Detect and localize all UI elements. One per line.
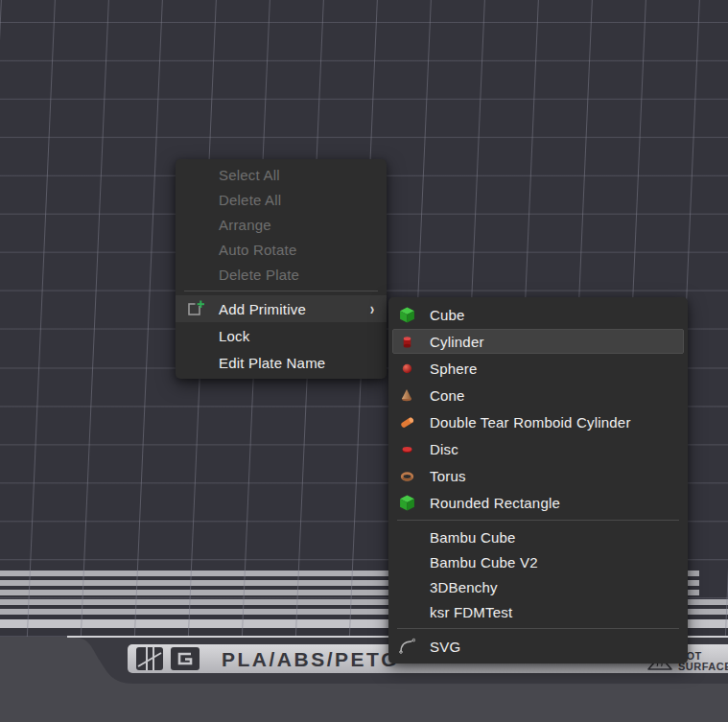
menu-item-label: Lock (219, 328, 250, 344)
cylinder-icon (398, 333, 415, 350)
menu-item-label: Sphere (430, 361, 478, 377)
viewport-3d[interactable]: PLA/ABS/PETG HOT SURFACE Select All Dele… (0, 0, 728, 722)
menu-item-label: Rounded Rectangle (430, 495, 560, 511)
submenu-item-sphere[interactable]: Sphere (388, 355, 688, 382)
submenu-item-svg[interactable]: SVG (388, 633, 688, 660)
menu-item-label: Cube (430, 307, 465, 323)
menu-item-lock[interactable]: Lock (176, 322, 387, 349)
menu-item-label: Delete Plate (219, 267, 299, 283)
menu-item-add-primitive[interactable]: Add Primitive › (176, 295, 387, 322)
menu-item-label: Edit Plate Name (219, 355, 325, 371)
disc-icon (398, 440, 415, 457)
menu-item-auto-rotate: Auto Rotate (176, 237, 387, 262)
bambu-logo-icon (136, 647, 163, 670)
submenu-item-ksr-fdmtest[interactable]: ksr FDMTest (388, 599, 688, 624)
submenu-item-cone[interactable]: Cone (388, 382, 688, 408)
menu-item-select-all: Select All (176, 162, 387, 187)
menu-item-label: 3DBenchy (430, 579, 498, 595)
menu-item-label: Bambu Cube (430, 529, 516, 546)
menu-separator (397, 628, 679, 629)
menu-item-label: Disc (430, 441, 458, 457)
plate-brand-text: PLA/ABS/PETG (222, 645, 399, 673)
menu-item-label: Cone (430, 387, 465, 404)
menu-item-arrange: Arrange (176, 212, 387, 237)
menu-item-label: Bambu Cube V2 (430, 554, 538, 571)
chevron-right-icon: › (370, 300, 375, 317)
double-tear-romboid-cylinder-icon (398, 413, 415, 431)
menu-item-delete-plate: Delete Plate (176, 262, 387, 287)
submenu-item-rounded-rectangle[interactable]: Rounded Rectangle (388, 489, 688, 516)
submenu-item-3dbenchy[interactable]: 3DBenchy (388, 574, 688, 599)
menu-item-label: Add Primitive (219, 301, 306, 317)
submenu-item-bambu-cube-v2[interactable]: Bambu Cube V2 (388, 549, 688, 574)
menu-item-label: Arrange (219, 217, 271, 233)
menu-item-label: Auto Rotate (219, 242, 296, 258)
submenu-item-disc[interactable]: Disc (388, 435, 688, 462)
menu-item-edit-plate-name[interactable]: Edit Plate Name (176, 349, 387, 376)
submenu-item-double-tear-romboid-cylinder[interactable]: Double Tear Romboid Cylinder (388, 408, 688, 435)
svg-bezier-icon (398, 638, 415, 655)
rounded-rectangle-icon (398, 494, 415, 511)
submenu-item-bambu-cube[interactable]: Bambu Cube (388, 524, 688, 549)
menu-item-label: Delete All (219, 192, 281, 208)
menu-item-label: ksr FDMTest (430, 604, 512, 620)
submenu-item-cylinder[interactable]: Cylinder (388, 328, 688, 355)
menu-item-label: Cylinder (430, 334, 484, 350)
cube-icon (398, 306, 415, 323)
cone-icon (398, 386, 415, 404)
menu-item-label: Double Tear Romboid Cylinder (430, 414, 631, 431)
menu-item-delete-all: Delete All (176, 187, 387, 212)
menu-separator (397, 520, 679, 521)
plate-type-logo-icon (171, 647, 200, 670)
add-primitive-submenu: Cube Cylinder (388, 297, 688, 664)
submenu-item-cube[interactable]: Cube (388, 301, 688, 328)
menu-item-label: SVG (430, 639, 460, 655)
torus-icon (398, 467, 415, 484)
menu-item-label: Select All (219, 167, 280, 183)
context-menu: Select All Delete All Arrange Auto Rotat… (176, 159, 387, 379)
submenu-item-torus[interactable]: Torus (388, 462, 688, 489)
menu-separator (184, 291, 378, 291)
menu-item-label: Torus (430, 468, 466, 484)
sphere-icon (398, 360, 415, 377)
add-primitive-icon (186, 299, 205, 318)
